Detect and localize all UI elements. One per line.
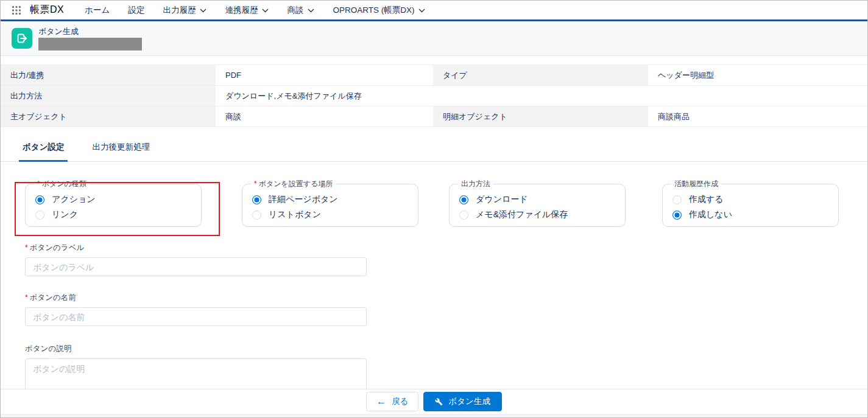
required-asterisk: * bbox=[254, 179, 257, 188]
button-label-input[interactable] bbox=[25, 257, 367, 276]
nav-item-link-history[interactable]: 連携履歴 bbox=[225, 5, 269, 16]
radio-option-label: 詳細ページボタン bbox=[269, 194, 338, 205]
nav-item-label: OPROARTS (帳票DX) bbox=[333, 5, 414, 16]
radio-option-detail-page-button[interactable]: 詳細ページボタン bbox=[252, 194, 408, 205]
radio-option-label: 作成する bbox=[689, 194, 724, 205]
radio-icon[interactable] bbox=[459, 211, 468, 220]
radio-icon[interactable] bbox=[252, 195, 261, 204]
app-launcher-icon[interactable] bbox=[12, 5, 21, 15]
radio-option-not-create[interactable]: 作成しない bbox=[672, 209, 828, 220]
radio-groups-row: *ボタンの種類 アクション リンク *ボタンを設置する場所 詳細ページボタン bbox=[25, 179, 867, 227]
radio-option-action[interactable]: アクション bbox=[35, 194, 191, 205]
tab-button-settings[interactable]: ボタン設定 bbox=[19, 136, 68, 162]
button-settings-form: *ボタンの種類 アクション リンク *ボタンを設置する場所 詳細ページボタン bbox=[1, 162, 867, 389]
required-asterisk: * bbox=[25, 293, 28, 302]
wrench-icon bbox=[435, 398, 443, 406]
chevron-down-icon[interactable] bbox=[418, 9, 425, 13]
export-icon bbox=[12, 28, 32, 49]
nav-item-label: 出力履歴 bbox=[163, 5, 196, 16]
redacted-record-name bbox=[38, 38, 142, 51]
back-button-label: 戻る bbox=[392, 396, 408, 407]
button-description-field-label: *ボタンの説明 bbox=[25, 344, 867, 354]
radio-icon[interactable] bbox=[35, 211, 44, 220]
radio-option-link[interactable]: リンク bbox=[35, 209, 191, 220]
required-asterisk: * bbox=[37, 179, 40, 188]
nav-item-opportunity[interactable]: 商談 bbox=[287, 5, 314, 16]
tab-bar: ボタン設定 出力後更新処理 bbox=[1, 136, 867, 162]
resize-handle[interactable] bbox=[358, 388, 364, 389]
page-background-strip bbox=[1, 414, 867, 417]
nav-item-output-history[interactable]: 出力履歴 bbox=[163, 5, 206, 16]
nav-item-label: 連携履歴 bbox=[225, 5, 258, 16]
detail-value-detail-object: 商談商品 bbox=[648, 106, 867, 127]
radio-group-legend: *出力方法 bbox=[458, 179, 493, 189]
radio-option-label: リンク bbox=[52, 209, 78, 220]
radio-option-download[interactable]: ダウンロード bbox=[459, 194, 615, 205]
nav-item-label: 設定 bbox=[128, 5, 144, 16]
detail-label-output-link: 出力/連携 bbox=[1, 65, 216, 86]
radio-option-label: 作成しない bbox=[689, 209, 732, 220]
detail-value-output-method: ダウンロード,メモ&添付ファイル保存 bbox=[216, 86, 867, 106]
detail-label-main-object: 主オブジェクト bbox=[1, 106, 216, 127]
spacer bbox=[1, 56, 867, 64]
radio-group-button-placement: *ボタンを設置する場所 詳細ページボタン リストボタン bbox=[242, 179, 418, 227]
radio-group-output-method: *出力方法 ダウンロード メモ&添付ファイル保存 bbox=[449, 179, 626, 227]
back-button[interactable]: ← 戻る bbox=[366, 392, 418, 411]
radio-group-legend: *ボタンを設置する場所 bbox=[251, 179, 336, 189]
tab-post-output-update[interactable]: 出力後更新処理 bbox=[88, 136, 153, 162]
detail-value-type: ヘッダー明細型 bbox=[648, 65, 867, 86]
radio-group-button-type: *ボタンの種類 アクション リンク bbox=[25, 179, 202, 227]
radio-icon[interactable] bbox=[252, 211, 261, 220]
chevron-down-icon[interactable] bbox=[308, 9, 314, 13]
radio-option-label: リストボタン bbox=[269, 209, 321, 220]
radio-icon[interactable] bbox=[672, 195, 682, 204]
radio-option-label: アクション bbox=[52, 194, 96, 205]
button-label-field-label: *ボタンのラベル bbox=[25, 243, 867, 253]
required-asterisk: * bbox=[25, 243, 28, 252]
radio-option-memo-attachment[interactable]: メモ&添付ファイル保存 bbox=[459, 209, 615, 220]
button-name-input[interactable] bbox=[25, 307, 367, 326]
arrow-left-icon: ← bbox=[376, 397, 386, 406]
generate-button-button[interactable]: ボタン生成 bbox=[423, 392, 501, 411]
detail-value-output-link: PDF bbox=[216, 65, 433, 86]
nav-item-home[interactable]: ホーム bbox=[85, 5, 110, 16]
radio-icon[interactable] bbox=[672, 211, 682, 220]
detail-label-type: タイプ bbox=[433, 65, 648, 86]
radio-group-legend: *活動履歴作成 bbox=[671, 179, 721, 189]
nav-item-settings[interactable]: 設定 bbox=[128, 5, 144, 16]
radio-option-create[interactable]: 作成する bbox=[672, 194, 828, 205]
button-description-textarea[interactable] bbox=[25, 358, 367, 389]
app-name: 帳票DX bbox=[30, 4, 64, 16]
button-name-field-label: *ボタンの名前 bbox=[25, 293, 867, 303]
nav-item-label: ホーム bbox=[85, 5, 110, 16]
generate-button-label: ボタン生成 bbox=[448, 396, 490, 407]
detail-value-main-object: 商談 bbox=[216, 106, 433, 127]
main-panel: ボタン設定 出力後更新処理 *ボタンの種類 アクション リンク bbox=[1, 127, 867, 389]
nav-item-label: 商談 bbox=[287, 5, 303, 16]
app-window: 帳票DX ホーム 設定 出力履歴 連携履歴 商談 OPROARTS (帳票DX) bbox=[0, 0, 868, 418]
nav-item-oproarts[interactable]: OPROARTS (帳票DX) bbox=[333, 5, 425, 16]
radio-icon[interactable] bbox=[459, 195, 468, 204]
detail-label-detail-object: 明細オブジェクト bbox=[433, 106, 648, 127]
detail-label-output-method: 出力方法 bbox=[1, 86, 216, 106]
chevron-down-icon[interactable] bbox=[200, 9, 206, 13]
chevron-down-icon[interactable] bbox=[262, 9, 269, 13]
footer-action-bar: ← 戻る ボタン生成 bbox=[1, 389, 867, 414]
radio-option-label: メモ&添付ファイル保存 bbox=[476, 209, 568, 220]
record-details-table: 出力/連携 PDF タイプ ヘッダー明細型 出力方法 ダウンロード,メモ&添付フ… bbox=[1, 64, 867, 127]
radio-group-activity-history: *活動履歴作成 作成する 作成しない bbox=[662, 179, 839, 227]
radio-option-label: ダウンロード bbox=[476, 194, 528, 205]
radio-option-list-button[interactable]: リストボタン bbox=[252, 209, 408, 220]
page-header: ボタン生成 bbox=[1, 21, 867, 56]
radio-icon[interactable] bbox=[35, 195, 44, 204]
top-nav: 帳票DX ホーム 設定 出力履歴 連携履歴 商談 OPROARTS (帳票DX) bbox=[1, 1, 867, 21]
page-title: ボタン生成 bbox=[38, 27, 142, 36]
radio-group-legend: *ボタンの種類 bbox=[34, 179, 90, 189]
